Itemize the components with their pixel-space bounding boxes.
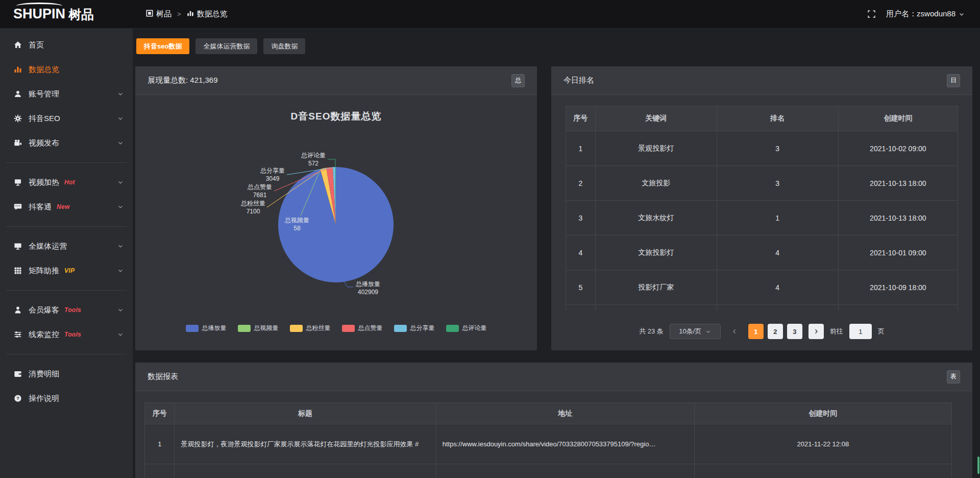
table-header-row: 序号标题地址创建时间 — [145, 403, 952, 424]
legend-item-总分享量[interactable]: 总分享量 — [394, 324, 435, 332]
sidebar-item-label: 抖客通 — [29, 202, 52, 212]
sidebar-item-label: 全媒体运营 — [29, 242, 67, 251]
table-row[interactable]: 4文旅投影灯42021-10-01 09:00 — [566, 235, 958, 270]
legend-swatch — [186, 325, 199, 332]
breadcrumb-separator: > — [177, 10, 181, 18]
legend-label: 总分享量 — [410, 324, 435, 332]
legend-label: 总点赞量 — [358, 324, 383, 332]
page-button-3[interactable]: 3 — [787, 324, 802, 339]
logo-text-cn: 树品 — [68, 8, 94, 21]
goto-suffix: 页 — [878, 327, 885, 336]
pie-chart-area: D音SEO数据量总览 总播放量402909总视频量58总粉丝量7100总点赞量7… — [135, 95, 537, 350]
sidebar-item-全媒体运营[interactable]: 全媒体运营 — [0, 234, 133, 258]
table-row[interactable]: 3文旅水纹灯12021-10-13 18:00 — [566, 201, 958, 235]
screen-icon — [14, 178, 22, 186]
table-cell: 1 — [717, 201, 838, 235]
question-icon: ? — [14, 394, 22, 402]
page-button-2[interactable]: 2 — [768, 324, 783, 339]
bar-chart-icon — [14, 65, 22, 74]
ranking-title: 今日排名 — [564, 76, 594, 85]
pie-label-value: 7100 — [238, 207, 268, 216]
title-cell: 景观投影灯，夜游景观投影灯厂家展示展示落花灯在花园里的灯光投影应用效果 # — [175, 424, 436, 464]
column-header-关键词: 关键词 — [595, 106, 717, 131]
page-button-1[interactable]: 1 — [748, 324, 764, 339]
sidebar-item-数据总览[interactable]: 数据总览 — [0, 57, 133, 82]
table-cell: 3 — [566, 201, 596, 235]
legend-item-总视频量[interactable]: 总视频量 — [238, 324, 279, 332]
sidebar-item-会员爆客[interactable]: 会员爆客Tools — [0, 298, 133, 322]
breadcrumb-root[interactable]: 树品 — [146, 9, 172, 19]
tab-全媒体运营数据[interactable]: 全媒体运营数据 — [195, 38, 257, 54]
sidebar-item-badge: Tools — [64, 306, 81, 314]
video-camera-icon — [14, 139, 22, 147]
pie-label-总评论量: 总评论量572 — [299, 151, 328, 168]
fullscreen-icon[interactable] — [867, 10, 876, 18]
table-cell: 文旅水纹灯 — [595, 201, 717, 235]
legend-item-总评论量[interactable]: 总评论量 — [446, 324, 487, 332]
ranking-table-wrap: 序号关键词排名创建时间1景观投影灯32021-10-02 09:002文旅投影3… — [566, 106, 958, 310]
sidebar-item-消费明细[interactable]: 消费明细 — [0, 362, 133, 386]
sidebar-item-抖客通[interactable]: 抖客通New — [0, 195, 133, 219]
table-row-clipped — [145, 464, 952, 478]
pie-label-name: 总粉丝量 — [238, 199, 268, 207]
pie-label-name: 总点赞量 — [245, 183, 275, 191]
table-cell: 2021-10-13 18:00 — [838, 201, 958, 235]
ranking-panel-header: 今日排名 日 — [551, 66, 972, 95]
app-logo[interactable]: SHUPIN 树品 — [0, 7, 133, 21]
chevron-down-icon — [117, 204, 124, 210]
gear-icon — [14, 114, 22, 123]
tab-抖音seo数据[interactable]: 抖音seo数据 — [136, 38, 189, 54]
sidebar-item-操作说明[interactable]: ?操作说明 — [0, 386, 133, 411]
sidebar-item-label: 视频发布 — [29, 138, 59, 148]
table-cell: 4 — [717, 235, 838, 270]
sidebar-item-首页[interactable]: 首页 — [0, 33, 133, 57]
sidebar-item-抖音SEO[interactable]: 抖音SEO — [0, 106, 133, 131]
pie-label-value: 572 — [299, 159, 328, 168]
page-size-select[interactable]: 10条/页 — [670, 324, 721, 339]
next-page-button[interactable] — [808, 324, 824, 339]
sliders-icon — [14, 330, 22, 339]
goto-page-input[interactable] — [849, 324, 872, 339]
breadcrumb-current-label: 数据总览 — [197, 9, 228, 19]
breadcrumb-current[interactable]: 数据总览 — [187, 9, 228, 19]
table-row[interactable]: 1景观投影灯，夜游景观投影灯厂家展示展示落花灯在花园里的灯光投影应用效果 #ht… — [145, 424, 952, 464]
pagination: 共 23 条 10条/页 123 前往 页 — [551, 324, 972, 339]
table-cell: 2021-10-09 18:00 — [838, 270, 958, 305]
video-url-link[interactable]: https://www.iesdouyin.com/share/video/70… — [436, 424, 694, 464]
table-cell: 3 — [717, 166, 838, 201]
legend-item-总点赞量[interactable]: 总点赞量 — [342, 324, 383, 332]
chevron-right-icon — [813, 328, 819, 334]
overview-total-toggle-button[interactable]: 总 — [511, 74, 525, 87]
table-row[interactable]: 1景观投影灯32021-10-02 09:00 — [566, 131, 958, 166]
user-menu[interactable]: 用户名：zswodun88 — [886, 9, 965, 19]
page-size-value: 10条/页 — [679, 327, 701, 336]
ranking-day-toggle-button[interactable]: 日 — [947, 74, 960, 87]
report-table-toggle-button[interactable]: 表 — [947, 370, 960, 384]
table-row[interactable]: 2文旅投影32021-10-13 18:00 — [566, 166, 958, 201]
sidebar-item-badge: Hot — [64, 179, 75, 186]
sidebar-item-账号管理[interactable]: 账号管理 — [0, 82, 133, 106]
table-cell: 景观投影灯 — [595, 131, 717, 166]
pie-chart — [135, 95, 537, 350]
chevron-down-icon — [117, 307, 124, 313]
table-cell: 2021-10-13 18:00 — [838, 166, 958, 201]
sidebar-item-视频加热[interactable]: 视频加热Hot — [0, 170, 133, 195]
app-square-icon — [146, 10, 153, 18]
sidebar-item-视频发布[interactable]: 视频发布 — [0, 131, 133, 155]
sidebar-divider — [6, 354, 127, 354]
page-scrollbar-thumb[interactable] — [977, 457, 979, 474]
legend-item-总播放量[interactable]: 总播放量 — [186, 324, 227, 332]
pie-label-总分享量: 总分享量3049 — [258, 166, 287, 183]
legend-swatch — [238, 325, 251, 332]
sidebar-item-线索监控[interactable]: 线索监控Tools — [0, 322, 133, 347]
monitor-icon — [14, 242, 22, 250]
table-cell: 2 — [566, 166, 596, 201]
pie-label-总粉丝量: 总粉丝量7100 — [238, 199, 268, 216]
table-row[interactable]: 5投影灯厂家42021-10-09 18:00 — [566, 270, 958, 305]
legend-item-总粉丝量[interactable]: 总粉丝量 — [290, 324, 331, 332]
sidebar-item-矩阵助推[interactable]: 矩阵助推VIP — [0, 258, 133, 283]
table-cell: 1 — [566, 131, 596, 166]
sidebar-item-label: 数据总览 — [29, 65, 59, 75]
prev-page-button[interactable] — [727, 324, 742, 339]
tab-询盘数据[interactable]: 询盘数据 — [263, 38, 305, 54]
